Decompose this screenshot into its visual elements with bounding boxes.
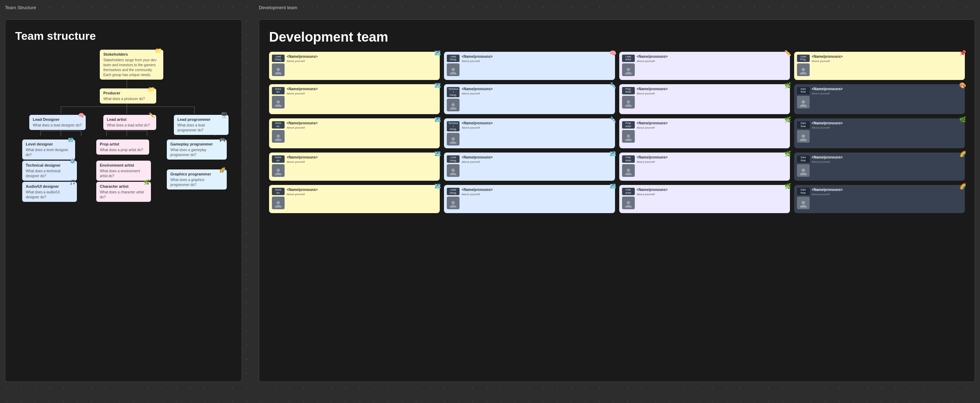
avatar-12 <box>797 130 810 143</box>
role-badge-3: LeadArtist <box>622 55 635 62</box>
card-icon-4: 📌 <box>959 50 966 56</box>
member-name-2: <Name/pronouns> <box>461 55 612 59</box>
avatar-col-6: TechnicalDesig. <box>447 87 460 111</box>
member-card-4[interactable]: 📌 LeadProg. <Name/pronouns> About yourse… <box>794 52 965 80</box>
avatar-col-9: ExtraArt. <box>272 121 285 146</box>
team-structure-card: Team structure <box>5 19 242 382</box>
member-about-2: About yourself <box>461 60 612 63</box>
member-card-15[interactable]: 🌿 CharArtist <Name/pronouns> About yours… <box>619 152 790 181</box>
node-lead-designer[interactable]: Lead Designer What does a lead designer … <box>29 115 86 130</box>
member-card-12[interactable]: 🌿 DarkRole <Name/pronouns> About yoursel… <box>794 118 965 148</box>
avatar-9 <box>272 130 285 143</box>
info-col-13: <Name/pronouns> About yourself <box>287 155 437 178</box>
node-technical-designer[interactable]: Technical designer What does a technical… <box>22 161 77 181</box>
role-badge-9: ExtraArt. <box>272 121 285 129</box>
member-about-11: About yourself <box>637 126 787 130</box>
right-panel: Development team Development team 🗺️ Lea… <box>254 0 980 403</box>
role-badge-8: DarkRole <box>797 87 810 94</box>
avatar-col-1: LeadDesig. <box>272 55 285 77</box>
member-about-10: About yourself <box>461 126 612 130</box>
member-card-8[interactable]: 🎨 DarkRole <Name/pronouns> About yoursel… <box>794 84 965 114</box>
node-character-artist[interactable]: Character artist What does a character a… <box>96 182 151 202</box>
card-icon-6: 🔧 <box>609 82 616 89</box>
node-lead-programmer[interactable]: Lead progrommer What does a lead program… <box>174 115 229 135</box>
role-badge-4: LeadProg. <box>797 55 810 62</box>
info-col-4: <Name/pronouns> About yourself <box>812 55 962 77</box>
card-icon-17: 🗺️ <box>434 183 441 189</box>
card-icon-16: 🌈 <box>959 151 966 157</box>
role-badge-13: ExtraArt. <box>272 155 285 163</box>
role-badge-10: TechnicalDesig. <box>447 121 460 132</box>
member-card-20[interactable]: 🌈 DarkRole <Name/pronouns> About yoursel… <box>794 185 965 213</box>
card-icon-9: 🗺️ <box>434 116 441 123</box>
member-name-8: <Name/pronouns> <box>812 87 962 91</box>
card-icon-1: 🗺️ <box>434 50 441 56</box>
node-graphics-programmer[interactable]: Graphics programmer What does a graphics… <box>167 170 227 189</box>
member-about-5: About yourself <box>287 92 437 95</box>
member-name-1: <Name/pronouns> <box>287 55 437 59</box>
member-about-1: About yourself <box>287 60 437 63</box>
node-stakeholders[interactable]: Stokeholders Stakeholders range from you… <box>100 50 163 79</box>
member-card-2[interactable]: 🧠 LeadDesig. <Name/pronouns> About yours… <box>444 52 615 80</box>
canvas: Team Structure Team structure <box>0 0 980 403</box>
member-card-16[interactable]: 🌈 DarkRole <Name/pronouns> About yoursel… <box>794 152 965 181</box>
avatar-1 <box>272 63 285 76</box>
avatar-col-17: ExtraArt. <box>272 188 285 210</box>
node-level-designer[interactable]: Level designer What does a level designe… <box>22 140 75 160</box>
member-card-11[interactable]: 🌿 PropArtist <Name/pronouns> About yours… <box>619 118 790 148</box>
info-col-18: <Name/pronouns> About yourself <box>461 188 612 210</box>
member-card-18[interactable]: 🗺️ LeadDesig. <Name/pronouns> About your… <box>444 185 615 213</box>
member-card-13[interactable]: 🗺️ ExtraArt. <Name/pronouns> About yours… <box>269 152 440 181</box>
member-about-3: About yourself <box>637 60 787 63</box>
member-card-6[interactable]: 🔧 TechnicalDesig. <Name/pronouns> About … <box>444 84 615 114</box>
info-col-20: <Name/pronouns> About yourself <box>812 188 962 210</box>
member-about-16: About yourself <box>812 160 962 164</box>
role-badge-7: PropArtist <box>622 87 635 94</box>
card-icon-11: 🌿 <box>784 116 791 123</box>
node-lead-artist[interactable]: Lead artist What does a lead artist do? … <box>103 115 156 130</box>
member-name-15: <Name/pronouns> <box>637 155 787 159</box>
avatar-col-4: LeadProg. <box>797 55 810 77</box>
member-card-3[interactable]: ✏️ LeadArtist <Name/pronouns> About your… <box>619 52 790 80</box>
info-col-16: <Name/pronouns> About yourself <box>812 155 962 178</box>
member-card-17[interactable]: 🗺️ ExtraArt. <Name/pronouns> About yours… <box>269 185 440 213</box>
card-icon-14: 🗺️ <box>609 151 616 157</box>
member-about-7: About yourself <box>637 92 787 95</box>
node-environment-artist[interactable]: Environment artist What does a environme… <box>96 161 151 181</box>
member-about-6: About yourself <box>461 92 612 95</box>
avatar-col-12: DarkRole <box>797 121 810 146</box>
card-icon-10: 🔧 <box>609 116 616 123</box>
node-producer[interactable]: Producer What does a producer do? 📁 <box>100 89 156 103</box>
avatar-6 <box>447 98 460 111</box>
role-badge-18: LeadDesig. <box>447 188 460 195</box>
avatar-col-3: LeadArtist <box>622 55 635 77</box>
role-badge-6: TechnicalDesig. <box>447 87 460 97</box>
node-prop-artist[interactable]: Prop artist What does a prop artist do? <box>96 140 149 155</box>
info-col-15: <Name/pronouns> About yourself <box>637 155 787 178</box>
card-icon-8: 🎨 <box>959 82 966 89</box>
card-icon-2: 🧠 <box>609 50 616 56</box>
member-about-20: About yourself <box>812 193 962 196</box>
avatar-3 <box>622 63 635 76</box>
member-card-7[interactable]: 🌿 PropArtist <Name/pronouns> About yours… <box>619 84 790 114</box>
info-col-17: <Name/pronouns> About yourself <box>287 188 437 210</box>
node-gameplay-programmer[interactable]: Gameplay programmer What does a gameplay… <box>167 140 227 160</box>
node-audio-ui-designer[interactable]: Audio/UI designer What does a audio/UI d… <box>22 182 77 202</box>
member-card-19[interactable]: 🌿 CharArtist <Name/pronouns> About yours… <box>619 185 790 213</box>
member-card-14[interactable]: 🗺️ LeadDesig. <Name/pronouns> About your… <box>444 152 615 181</box>
role-badge-14: LeadDesig. <box>447 155 460 163</box>
member-card-9[interactable]: 🗺️ ExtraArt. <Name/pronouns> About yours… <box>269 118 440 148</box>
member-card-1[interactable]: 🗺️ LeadDesig. <Name/pronouns> About your… <box>269 52 440 80</box>
avatar-col-19: CharArtist <box>622 188 635 210</box>
member-about-18: About yourself <box>461 193 612 196</box>
avatar-7 <box>622 96 635 108</box>
avatar-col-13: ExtraArt. <box>272 155 285 178</box>
avatar-5 <box>272 96 285 108</box>
member-card-5[interactable]: 🗺️ ExtraArt. <Name/pronouns> About yours… <box>269 84 440 114</box>
avatar-16 <box>797 164 810 177</box>
card-icon-12: 🌿 <box>959 116 966 123</box>
member-card-10[interactable]: 🔧 TechnicalDesig. <Name/pronouns> About … <box>444 118 615 148</box>
member-about-9: About yourself <box>287 126 437 130</box>
member-about-19: About yourself <box>637 193 787 196</box>
card-icon-13: 🗺️ <box>434 151 441 157</box>
